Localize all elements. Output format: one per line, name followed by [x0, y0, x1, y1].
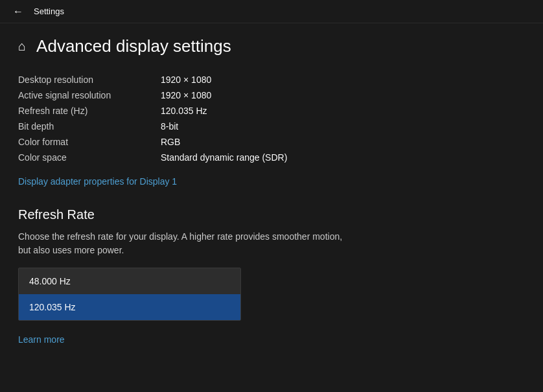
info-value: Standard dynamic range (SDR) — [161, 152, 287, 163]
info-label: Desktop resolution — [18, 75, 161, 85]
home-icon: ⌂ — [18, 39, 26, 54]
table-row: Refresh rate (Hz) 120.035 Hz — [18, 103, 525, 119]
info-value: RGB — [161, 137, 180, 147]
refresh-rate-list: 48.000 Hz 120.035 Hz — [18, 268, 241, 321]
refresh-rate-option-120[interactable]: 120.035 Hz — [19, 294, 240, 320]
info-table: Desktop resolution 1920 × 1080 Active si… — [18, 72, 525, 165]
display-adapter-link[interactable]: Display adapter properties for Display 1 — [18, 176, 177, 187]
info-value: 1920 × 1080 — [161, 90, 211, 100]
info-label: Refresh rate (Hz) — [18, 106, 161, 116]
table-row: Color format RGB — [18, 134, 525, 150]
info-label: Bit depth — [18, 121, 161, 132]
info-label: Active signal resolution — [18, 90, 161, 100]
back-button[interactable]: ← — [8, 3, 29, 20]
page-title: Advanced display settings — [36, 36, 231, 56]
info-label: Color format — [18, 137, 161, 147]
refresh-rate-option-48[interactable]: 48.000 Hz — [19, 268, 240, 294]
refresh-rate-title: Refresh Rate — [18, 207, 525, 222]
info-label: Color space — [18, 152, 161, 163]
table-row: Color space Standard dynamic range (SDR) — [18, 150, 525, 165]
title-bar: ← Settings — [0, 0, 543, 23]
table-row: Bit depth 8-bit — [18, 119, 525, 134]
page-header: ⌂ Advanced display settings — [18, 36, 525, 56]
info-value: 120.035 Hz — [161, 106, 207, 116]
info-value: 1920 × 1080 — [161, 75, 211, 85]
main-content: ⌂ Advanced display settings Desktop reso… — [0, 23, 543, 358]
learn-more-link[interactable]: Learn more — [18, 334, 65, 345]
title-bar-title: Settings — [34, 6, 64, 16]
refresh-rate-description: Choose the refresh rate for your display… — [18, 230, 355, 257]
table-row: Active signal resolution 1920 × 1080 — [18, 87, 525, 103]
info-value: 8-bit — [161, 121, 178, 132]
table-row: Desktop resolution 1920 × 1080 — [18, 72, 525, 87]
